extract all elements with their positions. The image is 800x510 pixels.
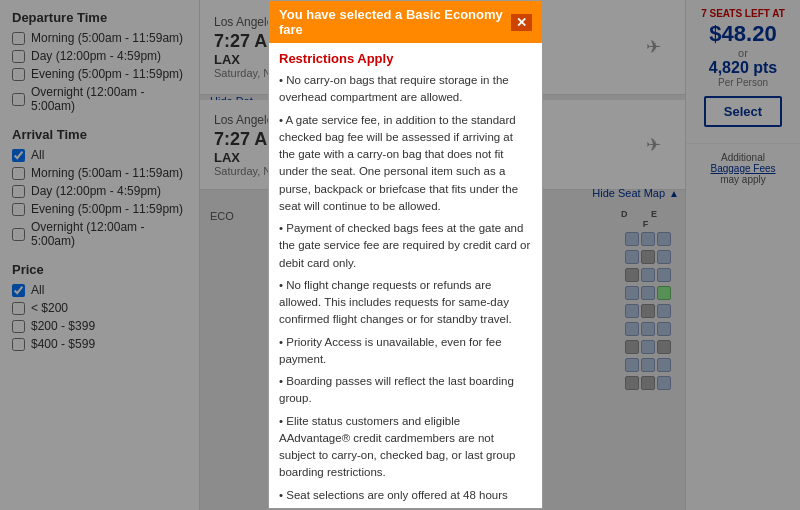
modal-bullet: • Priority Access is unavailable, even f… [279, 334, 532, 369]
modal-close-button[interactable]: ✕ [511, 14, 532, 31]
modal-body: Restrictions Apply • No carry-on bags th… [269, 43, 542, 508]
basic-economy-modal: You have selected a Basic Economy fare ✕… [268, 0, 543, 509]
modal-bullet: • No carry-on bags that require storage … [279, 72, 532, 107]
modal-bullet: • Seat selections are only offered at 48… [279, 487, 532, 509]
modal-bullet: • Boarding passes will reflect the last … [279, 373, 532, 408]
modal-bullet: • Elite status customers and eligible AA… [279, 413, 532, 482]
restrictions-label: Restrictions Apply [279, 51, 532, 66]
modal-header-text: You have selected a Basic Economy fare [279, 7, 511, 37]
modal-bullet: • A gate service fee, in addition to the… [279, 112, 532, 216]
modal-bullet: • No flight change requests or refunds a… [279, 277, 532, 329]
modal-header: You have selected a Basic Economy fare ✕ [269, 1, 542, 43]
modal-bullet: • Payment of checked bags fees at the ga… [279, 220, 532, 272]
modal-text: • No carry-on bags that require storage … [279, 72, 532, 508]
